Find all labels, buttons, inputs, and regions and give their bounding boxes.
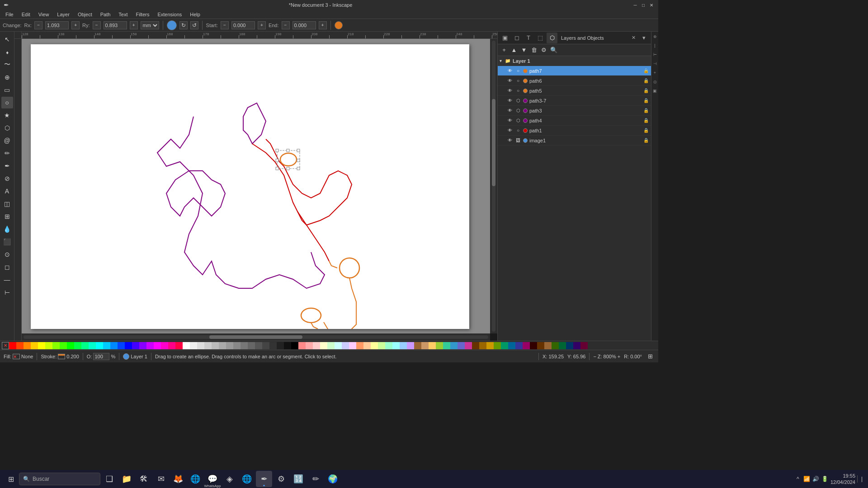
close-button[interactable]: ✕ bbox=[648, 2, 655, 8]
color-swatch[interactable] bbox=[89, 342, 96, 349]
snap-toggle-icon[interactable]: ⊕ bbox=[652, 33, 658, 40]
panel-tab-stroke-icon[interactable]: ◻ bbox=[511, 33, 522, 43]
star-tool-button[interactable]: ★ bbox=[1, 109, 13, 121]
color-swatch[interactable] bbox=[335, 342, 342, 349]
snap-icon-5[interactable]: ◎ bbox=[652, 79, 658, 85]
color-swatch[interactable] bbox=[472, 342, 479, 349]
color-swatch[interactable] bbox=[349, 342, 356, 349]
end-increase-button[interactable]: + bbox=[319, 21, 327, 29]
layer-delete-button[interactable]: 🗑 bbox=[529, 46, 538, 55]
menu-item-text[interactable]: Text bbox=[115, 11, 131, 18]
color-swatch[interactable] bbox=[60, 342, 67, 349]
eraser-tool-button[interactable]: ◻ bbox=[1, 261, 13, 273]
layer-lock-icon[interactable]: 🔒 bbox=[643, 88, 649, 94]
no-fill-swatch[interactable]: ✕ bbox=[2, 342, 9, 349]
color-swatch[interactable] bbox=[385, 342, 392, 349]
rx-input[interactable] bbox=[45, 21, 69, 29]
fill-preview[interactable]: ✕ bbox=[13, 354, 20, 359]
color-swatch[interactable] bbox=[284, 342, 291, 349]
color-swatch[interactable] bbox=[306, 342, 313, 349]
color-swatch[interactable] bbox=[219, 342, 226, 349]
color-swatch[interactable] bbox=[421, 342, 429, 349]
layer-indicator[interactable] bbox=[123, 353, 129, 360]
layer-row-image1[interactable]: 👁 🖼 image1 🔒 bbox=[498, 136, 651, 145]
layer-vis-icon[interactable]: 👁 bbox=[507, 117, 513, 124]
end-decrease-button[interactable]: − bbox=[282, 21, 290, 29]
layer-up-button[interactable]: ▲ bbox=[509, 46, 519, 55]
color-swatch[interactable] bbox=[298, 342, 306, 349]
dropper-tool-button[interactable]: 💧 bbox=[1, 223, 13, 235]
color-swatch[interactable] bbox=[96, 342, 103, 349]
color-swatch[interactable] bbox=[146, 342, 154, 349]
color-swatch[interactable] bbox=[190, 342, 197, 349]
hscroll-track[interactable] bbox=[24, 335, 488, 339]
color-swatch[interactable] bbox=[400, 342, 407, 349]
menu-item-path[interactable]: Path bbox=[97, 11, 114, 18]
canvas-page[interactable] bbox=[31, 44, 469, 329]
color-swatch[interactable] bbox=[255, 342, 262, 349]
arc-type-full-button[interactable] bbox=[167, 20, 177, 30]
fill-color-indicator[interactable] bbox=[335, 21, 343, 29]
color-swatch[interactable] bbox=[16, 342, 24, 349]
color-swatch[interactable] bbox=[327, 342, 335, 349]
color-swatch[interactable] bbox=[262, 342, 269, 349]
color-swatch[interactable] bbox=[9, 342, 16, 349]
pen-tool-button[interactable]: ✒ bbox=[1, 160, 13, 172]
vscroll-track[interactable] bbox=[492, 41, 495, 332]
rx-decrease-button[interactable]: − bbox=[34, 21, 42, 29]
menu-item-extensions[interactable]: Extensions bbox=[154, 11, 185, 18]
select-tool-button[interactable]: ↖ bbox=[1, 33, 13, 45]
color-swatch[interactable] bbox=[407, 342, 414, 349]
color-swatch[interactable] bbox=[118, 342, 125, 349]
layer-row-path7[interactable]: 👁 ○ path7 🔒 bbox=[498, 66, 651, 76]
panel-close-button[interactable]: ✕ bbox=[630, 34, 637, 42]
start-increase-button[interactable]: + bbox=[258, 21, 266, 29]
color-swatch[interactable] bbox=[392, 342, 400, 349]
canvas-inner[interactable] bbox=[22, 39, 490, 333]
layer-lock-icon[interactable]: 🔒 bbox=[643, 117, 649, 124]
color-swatch[interactable] bbox=[175, 342, 183, 349]
layer-vis-icon[interactable]: 👁 bbox=[507, 88, 513, 94]
color-swatch[interactable] bbox=[154, 342, 161, 349]
measure-tool-button[interactable]: ⊢ bbox=[1, 286, 13, 298]
ry-increase-button[interactable]: + bbox=[130, 21, 138, 29]
color-swatch[interactable] bbox=[356, 342, 363, 349]
color-swatch[interactable] bbox=[552, 342, 559, 349]
color-swatch[interactable] bbox=[269, 342, 277, 349]
layer-group-header[interactable]: ▾ 📁 Layer 1 bbox=[498, 56, 651, 66]
color-swatch[interactable] bbox=[443, 342, 450, 349]
color-swatch[interactable] bbox=[573, 342, 580, 349]
color-swatch[interactable] bbox=[566, 342, 573, 349]
color-swatch[interactable] bbox=[515, 342, 523, 349]
panel-expand-icon[interactable]: ▾ bbox=[638, 33, 649, 43]
color-swatch[interactable] bbox=[45, 342, 52, 349]
horizontal-scrollbar[interactable] bbox=[22, 333, 490, 341]
color-swatch[interactable] bbox=[197, 342, 204, 349]
arc-type-chord-button[interactable]: ↺ bbox=[190, 21, 198, 29]
layer-row-path1[interactable]: 👁 ○ path1 🔒 bbox=[498, 126, 651, 136]
text-tool-button[interactable]: A bbox=[1, 185, 13, 197]
color-swatch[interactable] bbox=[74, 342, 81, 349]
color-swatch[interactable] bbox=[161, 342, 168, 349]
pencil-tool-button[interactable]: ✏ bbox=[1, 147, 13, 159]
layer-search-button[interactable]: 🔍 bbox=[549, 46, 558, 55]
layer-lock-icon[interactable]: 🔒 bbox=[643, 68, 649, 74]
color-swatch[interactable] bbox=[501, 342, 508, 349]
layer-row-path3[interactable]: 👁 ⬡ path3 🔒 bbox=[498, 106, 651, 116]
color-swatch[interactable] bbox=[530, 342, 537, 349]
vertical-scrollbar[interactable] bbox=[490, 39, 497, 333]
zoom-decrease-button[interactable]: − bbox=[593, 354, 596, 359]
color-swatch[interactable] bbox=[342, 342, 349, 349]
layer-settings-button[interactable]: ⚙ bbox=[539, 46, 548, 55]
snap-icon-1[interactable]: | bbox=[652, 42, 658, 49]
canvas-svg[interactable] bbox=[31, 44, 469, 329]
layer-lock-icon[interactable]: 🔒 bbox=[643, 137, 649, 144]
color-swatch[interactable] bbox=[168, 342, 175, 349]
zoom-increase-button[interactable]: + bbox=[618, 354, 620, 359]
color-swatch[interactable] bbox=[291, 342, 298, 349]
color-swatch[interactable] bbox=[371, 342, 378, 349]
panel-tab-layers-icon[interactable]: ⬡ bbox=[547, 33, 557, 43]
color-swatch[interactable] bbox=[544, 342, 552, 349]
color-swatch[interactable] bbox=[277, 342, 284, 349]
layers-list[interactable]: ▾ 📁 Layer 1 👁 ○ path7 🔒 👁 ○ path6 🔒 👁 ○ … bbox=[498, 56, 651, 341]
